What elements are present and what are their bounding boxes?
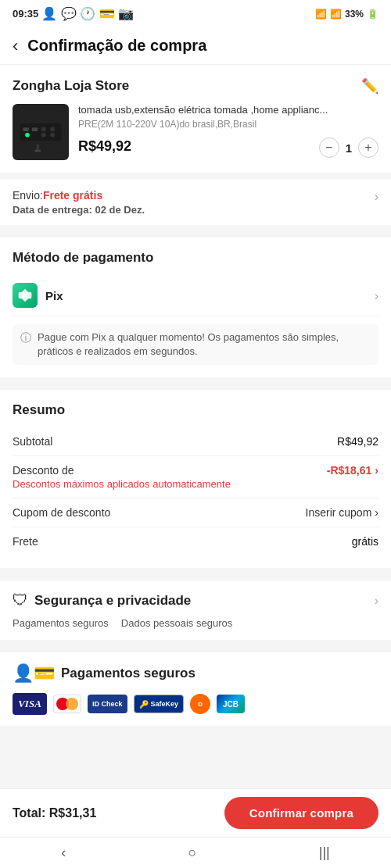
payment-section-title: Método de pagamento: [13, 250, 378, 266]
payment-chevron-icon: ›: [375, 289, 378, 303]
jcb-label: JCB: [223, 700, 239, 709]
status-bar: 09:35 👤 💬 🕐 💳 📷 📶 📶 33% 🔋: [0, 0, 391, 27]
security-badges: Pagamentos seguros Dados pessoais seguro…: [13, 617, 378, 629]
bottom-bar: Total: R$31,31 Confirmar compra: [0, 788, 391, 837]
resumo-desconto-left: Desconto de Descontos máximos aplicados …: [13, 464, 231, 490]
nav-menu-button[interactable]: |||: [303, 845, 346, 861]
product-row: tomada usb,extensão elétrica tomada ,hom…: [13, 104, 378, 160]
resumo-desconto-value: -R$18,61: [327, 464, 372, 477]
id-check-label: ID Check: [92, 700, 123, 708]
quantity-decrease-button[interactable]: −: [319, 138, 339, 158]
svg-point-7: [50, 133, 55, 138]
shipping-row[interactable]: Envio:Frete grátis Data de entrega: 02 d…: [0, 179, 391, 225]
resumo-desconto-label: Desconto de: [13, 464, 231, 477]
payment-info-box: ⓘ Pague com Pix a qualquer momento! Os p…: [13, 324, 378, 365]
pix-svg: [17, 288, 33, 303]
jcb-logo: JCB: [217, 695, 245, 713]
payment-row[interactable]: Pix ›: [13, 275, 378, 316]
resumo-cupom-value: Inserir cupom: [306, 506, 372, 519]
nav-back-button[interactable]: ‹: [45, 845, 81, 861]
security-header[interactable]: 🛡 Segurança e privacidade ›: [13, 591, 378, 609]
resumo-desconto-sub[interactable]: Descontos máximos aplicados automaticame…: [13, 478, 231, 490]
resumo-frete-value: grátis: [352, 535, 378, 548]
svg-rect-3: [32, 127, 38, 131]
store-name: Zongha Loja Store: [13, 78, 129, 94]
resumo-desconto-chevron-icon: ›: [375, 464, 378, 477]
payments-logos-section: 👤💳 Pagamentos seguros VISA ID Check 🔑 Sa…: [0, 652, 391, 726]
payment-logos-row: VISA ID Check 🔑 SafeKey D JCB: [13, 693, 378, 715]
security-section: 🛡 Segurança e privacidade › Pagamentos s…: [0, 580, 391, 640]
total-label: Total: R$31,31: [13, 806, 96, 820]
back-button[interactable]: ‹: [13, 38, 18, 55]
payment-description: Pague com Pix a qualquer momento! Os pag…: [38, 330, 371, 359]
wifi-icon: 📶: [315, 9, 327, 20]
shipping-date: Data de entrega: 02 de Dez.: [13, 204, 145, 216]
visa-label: VISA: [18, 698, 41, 710]
payment-left: Pix: [13, 283, 63, 308]
svg-rect-1: [20, 123, 62, 141]
resumo-subtotal-label: Subtotal: [13, 435, 52, 448]
security-badge-2: Dados pessoais seguros: [121, 617, 232, 629]
product-card: Zongha Loja Store ✏️: [0, 65, 391, 173]
confirm-purchase-button[interactable]: Confirmar compra: [224, 797, 378, 829]
payment-method-name: Pix: [45, 289, 63, 302]
page-title: Confirmação de compra: [27, 37, 206, 55]
shield-icon: 🛡: [13, 591, 28, 609]
resumo-title: Resumo: [13, 402, 378, 418]
resumo-subtotal-row: Subtotal R$49,92: [13, 427, 378, 456]
status-right-icons: 📶 📶 33% 🔋: [315, 9, 378, 20]
edit-icon[interactable]: ✏️: [361, 77, 378, 95]
resumo-frete-label: Frete: [13, 535, 38, 548]
id-check-logo: ID Check: [88, 695, 127, 713]
payments-logos-title: Pagamentos seguros: [61, 666, 196, 681]
svg-point-6: [50, 127, 55, 131]
safekey-icon: 🔑: [139, 700, 149, 709]
mastercard-logo: [53, 695, 81, 713]
product-variant: PRE(2M 110-220V 10A)do brasil,BR,Brasil: [78, 119, 378, 130]
nav-bar: ‹ ○ |||: [0, 837, 391, 868]
payment-section: Método de pagamento Pix › ⓘ Pague com Pi…: [0, 238, 391, 377]
resumo-cupom-value-row[interactable]: Inserir cupom ›: [306, 506, 378, 519]
safekey-logo: 🔑 SafeKey: [134, 695, 185, 713]
product-title: tomada usb,extensão elétrica tomada ,hom…: [78, 104, 378, 116]
signal-icon: 📶: [330, 9, 342, 20]
resumo-cupom-chevron-icon: ›: [375, 506, 378, 519]
quantity-increase-button[interactable]: +: [358, 138, 378, 158]
security-badge-1: Pagamentos seguros: [13, 617, 109, 629]
svg-point-8: [25, 133, 30, 138]
discover-logo: D: [190, 694, 210, 714]
nav-home-button[interactable]: ○: [173, 845, 213, 861]
shipping-label: Envio:: [13, 189, 43, 202]
shipping-info: Envio:Frete grátis Data de entrega: 02 d…: [13, 188, 145, 216]
shipping-date-label: Data de entrega:: [13, 204, 92, 216]
secure-pay-icon: 👤💳: [13, 663, 55, 684]
product-image-svg: [14, 105, 67, 159]
mc-circle-orange: [66, 698, 78, 710]
safekey-label: SafeKey: [151, 700, 179, 708]
resumo-desconto-value-row[interactable]: -R$18,61 ›: [327, 464, 378, 477]
battery-icon: 🔋: [367, 9, 378, 20]
header: ‹ Confirmação de compra: [0, 27, 391, 65]
shipping-date-value: 02 de Dez.: [95, 204, 145, 216]
svg-point-4: [41, 127, 46, 131]
info-icon: ⓘ: [20, 331, 31, 345]
resumo-frete-row: Frete grátis: [13, 527, 378, 555]
pix-icon: [13, 283, 38, 308]
resumo-desconto-row: Desconto de Descontos máximos aplicados …: [13, 456, 378, 498]
quantity-control: − 1 +: [319, 138, 378, 158]
time-display: 09:35: [13, 8, 38, 20]
resumo-cupom-row[interactable]: Cupom de desconto Inserir cupom ›: [13, 498, 378, 527]
visa-logo: VISA: [13, 693, 47, 715]
shipping-chevron-icon: ›: [375, 190, 378, 204]
shipping-free: Frete grátis: [43, 189, 102, 202]
shipping-free-row: Envio:Frete grátis: [13, 188, 145, 202]
payments-title-row: 👤💳 Pagamentos seguros: [13, 663, 378, 684]
divider-1: [0, 231, 391, 238]
svg-rect-2: [23, 127, 29, 131]
status-time: 09:35 👤 💬 🕐 💳 📷: [13, 6, 134, 21]
security-title: Segurança e privacidade: [34, 593, 191, 609]
status-icons: 👤 💬 🕐 💳 📷: [41, 6, 134, 21]
divider-3: [0, 574, 391, 580]
svg-rect-10: [34, 150, 41, 152]
product-price: R$49,92: [78, 138, 131, 155]
